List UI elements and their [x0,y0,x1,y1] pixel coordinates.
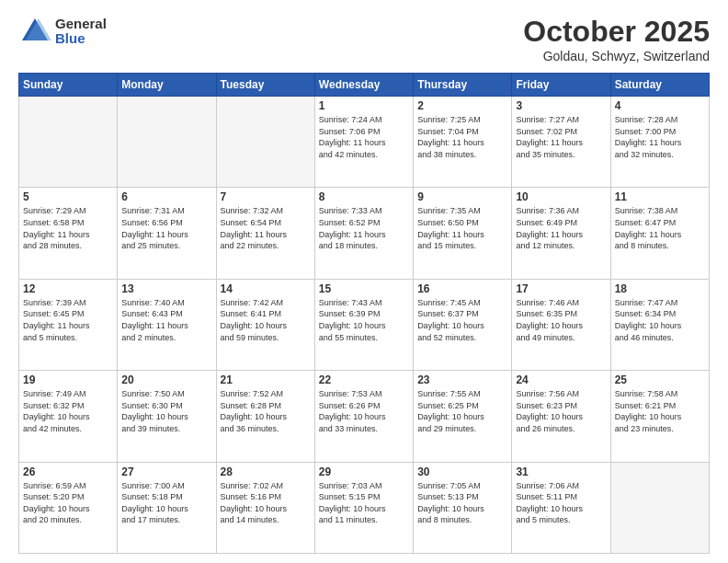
day-num-27: 27 [121,465,211,478]
cell-3-3: 14Sunrise: 7:42 AM Sunset: 6:41 PM Dayli… [216,279,314,370]
day-info-9: Sunrise: 7:35 AM Sunset: 6:50 PM Dayligh… [417,205,507,251]
cell-2-5: 9Sunrise: 7:35 AM Sunset: 6:50 PM Daylig… [414,188,512,279]
cell-5-6: 31Sunrise: 7:06 AM Sunset: 5:11 PM Dayli… [512,462,610,553]
day-num-19: 19 [23,373,113,386]
cell-2-2: 6Sunrise: 7:31 AM Sunset: 6:56 PM Daylig… [118,188,216,279]
cell-2-7: 11Sunrise: 7:38 AM Sunset: 6:47 PM Dayli… [610,188,709,279]
cell-4-4: 22Sunrise: 7:53 AM Sunset: 6:26 PM Dayli… [314,371,413,462]
day-num-6: 6 [121,190,211,203]
cell-1-4: 1Sunrise: 7:24 AM Sunset: 7:06 PM Daylig… [314,97,413,188]
cell-3-5: 16Sunrise: 7:45 AM Sunset: 6:37 PM Dayli… [414,279,512,370]
logo-text: General Blue [55,17,107,47]
logo-general-text: General [55,17,107,32]
cell-5-3: 28Sunrise: 7:02 AM Sunset: 5:16 PM Dayli… [216,462,314,553]
day-num-25: 25 [615,373,705,386]
cell-4-7: 25Sunrise: 7:58 AM Sunset: 6:21 PM Dayli… [610,371,709,462]
col-saturday: Saturday [610,74,709,97]
header-row: Sunday Monday Tuesday Wednesday Thursday… [19,74,710,97]
cell-5-7 [610,462,709,553]
day-num-7: 7 [221,190,311,203]
day-num-13: 13 [121,282,211,295]
day-info-22: Sunrise: 7:53 AM Sunset: 6:26 PM Dayligh… [319,388,409,434]
cell-1-1 [19,97,118,188]
title-block: October 2025 Goldau, Schwyz, Switzerland [523,15,710,63]
logo: General Blue [18,15,107,48]
day-num-5: 5 [23,190,113,203]
logo-blue-text: Blue [55,31,107,47]
cell-3-6: 17Sunrise: 7:46 AM Sunset: 6:35 PM Dayli… [512,279,610,370]
cell-5-4: 29Sunrise: 7:03 AM Sunset: 5:15 PM Dayli… [314,462,413,553]
day-info-23: Sunrise: 7:55 AM Sunset: 6:25 PM Dayligh… [417,388,507,434]
day-info-31: Sunrise: 7:06 AM Sunset: 5:11 PM Dayligh… [516,480,606,526]
day-info-29: Sunrise: 7:03 AM Sunset: 5:15 PM Dayligh… [319,480,409,526]
cell-2-3: 7Sunrise: 7:32 AM Sunset: 6:54 PM Daylig… [216,188,314,279]
day-info-5: Sunrise: 7:29 AM Sunset: 6:58 PM Dayligh… [23,205,113,251]
col-wednesday: Wednesday [314,74,413,97]
page: General Blue October 2025 Goldau, Schwyz… [0,0,728,563]
cell-1-6: 3Sunrise: 7:27 AM Sunset: 7:02 PM Daylig… [512,97,610,188]
day-info-26: Sunrise: 6:59 AM Sunset: 5:20 PM Dayligh… [23,480,113,526]
day-info-13: Sunrise: 7:40 AM Sunset: 6:43 PM Dayligh… [121,297,211,343]
day-num-18: 18 [615,282,705,295]
day-info-11: Sunrise: 7:38 AM Sunset: 6:47 PM Dayligh… [615,205,705,251]
cell-4-6: 24Sunrise: 7:56 AM Sunset: 6:23 PM Dayli… [512,371,610,462]
day-info-10: Sunrise: 7:36 AM Sunset: 6:49 PM Dayligh… [516,205,606,251]
day-info-24: Sunrise: 7:56 AM Sunset: 6:23 PM Dayligh… [516,388,606,434]
col-friday: Friday [512,74,610,97]
day-num-9: 9 [417,190,507,203]
day-num-20: 20 [121,373,211,386]
cell-1-5: 2Sunrise: 7:25 AM Sunset: 7:04 PM Daylig… [414,97,512,188]
cell-4-5: 23Sunrise: 7:55 AM Sunset: 6:25 PM Dayli… [414,371,512,462]
day-info-7: Sunrise: 7:32 AM Sunset: 6:54 PM Dayligh… [221,205,311,251]
day-num-8: 8 [319,190,409,203]
week-row-5: 26Sunrise: 6:59 AM Sunset: 5:20 PM Dayli… [19,462,710,553]
logo-icon [18,15,51,48]
day-info-14: Sunrise: 7:42 AM Sunset: 6:41 PM Dayligh… [221,297,311,343]
day-num-4: 4 [615,99,705,112]
day-info-12: Sunrise: 7:39 AM Sunset: 6:45 PM Dayligh… [23,297,113,343]
day-info-6: Sunrise: 7:31 AM Sunset: 6:56 PM Dayligh… [121,205,211,251]
cell-2-6: 10Sunrise: 7:36 AM Sunset: 6:49 PM Dayli… [512,188,610,279]
day-info-2: Sunrise: 7:25 AM Sunset: 7:04 PM Dayligh… [417,114,507,160]
cell-2-4: 8Sunrise: 7:33 AM Sunset: 6:52 PM Daylig… [314,188,413,279]
month-title: October 2025 [523,15,710,49]
cell-4-1: 19Sunrise: 7:49 AM Sunset: 6:32 PM Dayli… [19,371,118,462]
week-row-3: 12Sunrise: 7:39 AM Sunset: 6:45 PM Dayli… [19,279,710,370]
col-monday: Monday [118,74,216,97]
cell-5-2: 27Sunrise: 7:00 AM Sunset: 5:18 PM Dayli… [118,462,216,553]
day-num-29: 29 [319,465,409,478]
day-info-4: Sunrise: 7:28 AM Sunset: 7:00 PM Dayligh… [615,114,705,160]
day-num-21: 21 [221,373,311,386]
day-info-8: Sunrise: 7:33 AM Sunset: 6:52 PM Dayligh… [319,205,409,251]
day-info-1: Sunrise: 7:24 AM Sunset: 7:06 PM Dayligh… [319,114,409,160]
day-info-27: Sunrise: 7:00 AM Sunset: 5:18 PM Dayligh… [121,480,211,526]
cell-2-1: 5Sunrise: 7:29 AM Sunset: 6:58 PM Daylig… [19,188,118,279]
day-num-30: 30 [417,465,507,478]
day-num-12: 12 [23,282,113,295]
day-info-15: Sunrise: 7:43 AM Sunset: 6:39 PM Dayligh… [319,297,409,343]
day-num-22: 22 [319,373,409,386]
cell-3-7: 18Sunrise: 7:47 AM Sunset: 6:34 PM Dayli… [610,279,709,370]
cell-3-4: 15Sunrise: 7:43 AM Sunset: 6:39 PM Dayli… [314,279,413,370]
day-num-28: 28 [221,465,311,478]
day-num-17: 17 [516,282,606,295]
calendar-table: Sunday Monday Tuesday Wednesday Thursday… [18,73,710,554]
day-num-24: 24 [516,373,606,386]
cell-3-2: 13Sunrise: 7:40 AM Sunset: 6:43 PM Dayli… [118,279,216,370]
col-tuesday: Tuesday [216,74,314,97]
day-num-2: 2 [417,99,507,112]
day-info-17: Sunrise: 7:46 AM Sunset: 6:35 PM Dayligh… [516,297,606,343]
day-info-30: Sunrise: 7:05 AM Sunset: 5:13 PM Dayligh… [417,480,507,526]
cell-1-7: 4Sunrise: 7:28 AM Sunset: 7:00 PM Daylig… [610,97,709,188]
day-num-31: 31 [516,465,606,478]
day-num-26: 26 [23,465,113,478]
day-info-16: Sunrise: 7:45 AM Sunset: 6:37 PM Dayligh… [417,297,507,343]
day-info-25: Sunrise: 7:58 AM Sunset: 6:21 PM Dayligh… [615,388,705,434]
day-num-23: 23 [417,373,507,386]
week-row-1: 1Sunrise: 7:24 AM Sunset: 7:06 PM Daylig… [19,97,710,188]
cell-4-3: 21Sunrise: 7:52 AM Sunset: 6:28 PM Dayli… [216,371,314,462]
day-num-10: 10 [516,190,606,203]
day-info-19: Sunrise: 7:49 AM Sunset: 6:32 PM Dayligh… [23,388,113,434]
header: General Blue October 2025 Goldau, Schwyz… [18,15,710,63]
day-num-11: 11 [615,190,705,203]
